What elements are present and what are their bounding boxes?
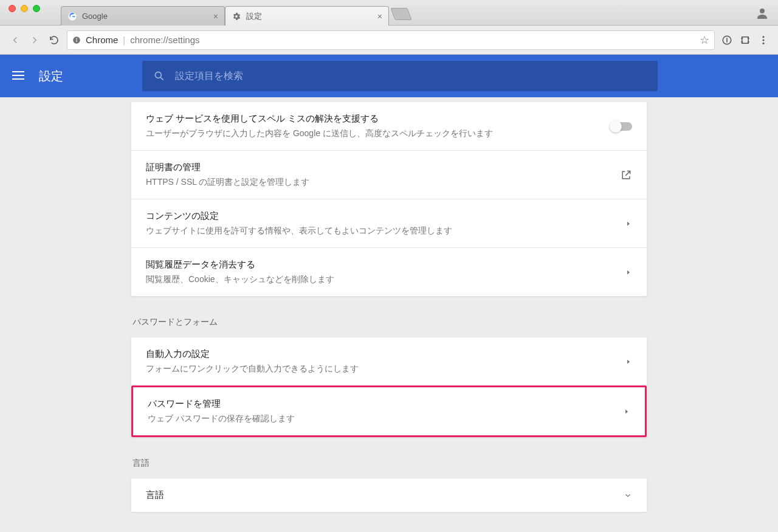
row-title: 言語 [146,489,624,501]
row-clear-browsing-data[interactable]: 閲覧履歴データを消去する 閲覧履歴、Cookie、キャッシュなどを削除します [131,247,647,296]
row-manage-passwords[interactable]: パスワードを管理 ウェブ パスワードの保存を確認します [131,385,647,437]
gear-icon [232,12,241,21]
row-title: ウェブ サービスを使用してスペル ミスの解決を支援する [146,113,611,125]
tab-title: 設定 [246,11,262,22]
row-certificates[interactable]: 証明書の管理 HTTPS / SSL の証明書と設定を管理します [131,150,647,199]
address-bar[interactable]: Chrome | chrome://settings ☆ [67,30,715,50]
browser-toolbar: Chrome | chrome://settings ☆ [0,26,778,55]
row-title: 閲覧履歴データを消去する [146,259,625,271]
row-spellcheck[interactable]: ウェブ サービスを使用してスペル ミスの解決を支援する ユーザーがブラウザに入力… [131,102,647,150]
section-label-language: 言語 [131,437,647,478]
privacy-card: ウェブ サービスを使用してスペル ミスの解決を支援する ユーザーがブラウザに入力… [131,102,647,296]
settings-body: ウェブ サービスを使用してスペル ミスの解決を支援する ユーザーがブラウザに入力… [0,97,778,512]
row-title: 証明書の管理 [146,162,620,173]
window-titlebar: Google × 設定 × [0,0,778,26]
new-tab-button[interactable] [390,8,411,20]
maximize-window-button[interactable] [33,5,40,12]
svg-point-9 [763,39,765,41]
svg-point-8 [763,36,765,38]
back-button[interactable] [9,33,22,47]
search-icon [153,70,165,82]
row-desc: HTTPS / SSL の証明書と設定を管理します [146,177,620,188]
svg-line-12 [160,77,164,80]
close-window-button[interactable] [9,5,16,12]
profile-avatar-icon[interactable] [755,6,769,21]
chevron-down-icon [624,491,632,500]
external-link-icon [620,169,632,181]
settings-title: 設定 [39,68,63,85]
settings-header: 設定 [0,55,778,97]
row-content-settings[interactable]: コンテンツの設定 ウェブサイトに使用を許可する情報や、表示してもよいコンテンツを… [131,199,647,247]
extension-info-icon[interactable] [721,34,733,46]
svg-rect-7 [742,36,749,43]
tab-settings[interactable]: 設定 × [225,6,389,26]
reload-button[interactable] [47,33,61,47]
bookmark-star-icon[interactable]: ☆ [700,33,709,47]
extension-crop-icon[interactable] [739,34,751,46]
omnibox-origin: Chrome [86,35,118,45]
site-info-icon[interactable] [72,36,81,44]
row-desc: ユーザーがブラウザに入力した内容を Google に送信し、高度なスペルチェック… [146,128,611,139]
svg-point-11 [155,72,161,78]
svg-point-1 [760,9,765,13]
tab-title: Google [82,12,108,21]
browser-tabs: Google × 設定 × [61,2,410,26]
chevron-right-icon [623,408,630,415]
forward-button[interactable] [28,33,41,47]
settings-search[interactable] [142,61,658,91]
chevron-right-icon [625,220,632,227]
row-title: 自動入力の設定 [146,348,625,360]
svg-point-3 [76,38,77,39]
row-desc: 閲覧履歴、Cookie、キャッシュなどを削除します [146,274,625,285]
close-tab-icon[interactable]: × [213,12,218,21]
chevron-right-icon [625,269,632,276]
settings-search-input[interactable] [175,71,647,81]
browser-menu-icon[interactable] [757,34,769,46]
passwords-card: 自動入力の設定 フォームにワンクリックで自動入力できるようにします パスワードを… [131,337,647,437]
omnibox-divider: | [123,35,125,45]
omnibox-url: chrome://settings [130,35,199,45]
tab-google[interactable]: Google × [61,6,225,26]
row-desc: ウェブ パスワードの保存を確認します [148,413,623,424]
language-card: 言語 [131,478,647,512]
minimize-window-button[interactable] [21,5,28,12]
row-desc: ウェブサイトに使用を許可する情報や、表示してもよいコンテンツを管理します [146,226,625,237]
google-favicon-icon [67,12,77,21]
svg-point-10 [763,42,765,44]
close-tab-icon[interactable]: × [377,12,382,21]
chevron-right-icon [625,358,632,365]
row-desc: フォームにワンクリックで自動入力できるようにします [146,364,625,375]
row-language[interactable]: 言語 [131,478,647,512]
section-label-passwords: パスワードとフォーム [131,296,647,337]
hamburger-menu-icon[interactable] [12,69,27,83]
svg-rect-4 [76,40,77,42]
toggle-switch[interactable] [611,122,632,131]
row-title: コンテンツの設定 [146,210,625,222]
row-autofill[interactable]: 自動入力の設定 フォームにワンクリックで自動入力できるようにします [131,337,647,385]
row-title: パスワードを管理 [148,398,623,410]
